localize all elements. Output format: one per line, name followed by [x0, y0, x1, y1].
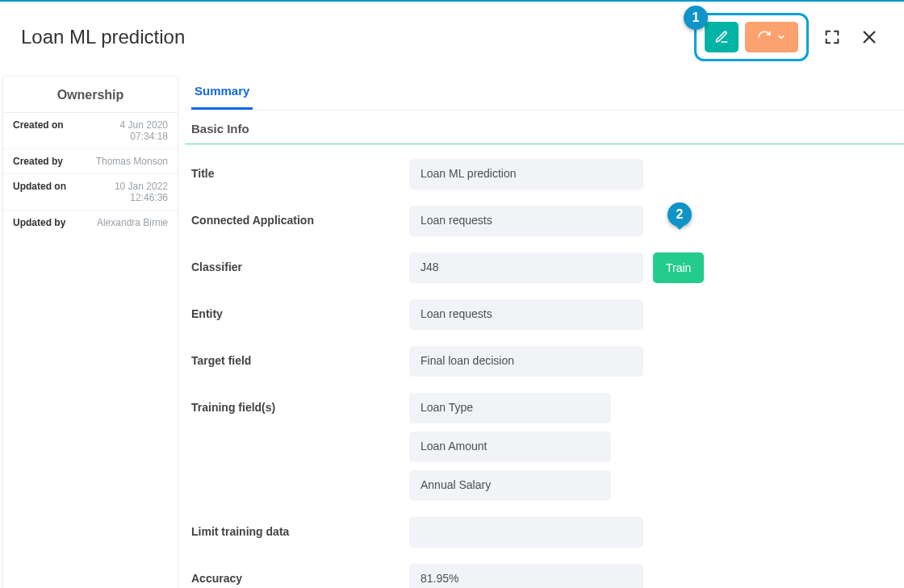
ownership-value: Alexandra Birnie — [97, 217, 168, 228]
train-button[interactable]: Train — [653, 252, 704, 283]
value-accuracy: 81.95% — [409, 564, 643, 588]
header-actions: 1 — [694, 13, 883, 61]
row-classifier: Classifier J48 Train — [191, 244, 898, 291]
fullscreen-button[interactable] — [818, 23, 846, 51]
close-icon — [860, 28, 878, 46]
chevron-down-icon — [776, 32, 786, 42]
callout-2: 2 — [668, 202, 692, 227]
label-connected-application: Connected Application — [191, 206, 409, 227]
ownership-card: Ownership Created on 4 Jun 2020 07:34:18… — [2, 76, 178, 588]
row-target-field: Target field Final loan decision — [191, 338, 898, 385]
label-classifier: Classifier — [191, 252, 409, 273]
row-limit-training-data: Limit training data — [191, 509, 898, 556]
value-training-field-1: Loan Amount — [409, 432, 611, 462]
header: Loan ML prediction 1 — [0, 2, 904, 76]
form: Title Loan ML prediction Connected Appli… — [185, 144, 904, 588]
value-limit-training-data — [409, 517, 643, 548]
main: Ownership Created on 4 Jun 2020 07:34:18… — [0, 76, 904, 588]
value-training-field-2: Annual Salary — [409, 470, 611, 501]
label-training-fields: Training field(s) — [191, 393, 409, 414]
section-basic-info: Basic Info — [185, 111, 904, 144]
ownership-row-created-by: Created by Thomas Monson — [3, 148, 178, 173]
label-title: Title — [191, 159, 409, 180]
ownership-row-updated-on: Updated on 10 Jan 2022 12:46:36 — [3, 173, 178, 210]
ownership-row-updated-by: Updated by Alexandra Birnie — [3, 210, 178, 235]
ownership-value: Thomas Monson — [96, 156, 168, 167]
value-training-field-0: Loan Type — [409, 393, 611, 423]
row-training-fields: Training field(s) Loan Type Loan Amount … — [191, 385, 898, 509]
ownership-label: Created by — [13, 156, 63, 167]
refresh-dropdown-button[interactable] — [745, 22, 798, 52]
value-connected-application: Loan requests — [409, 206, 643, 236]
label-target-field: Target field — [191, 346, 409, 367]
ownership-title: Ownership — [3, 77, 178, 113]
value-classifier: J48 — [409, 252, 643, 283]
edit-button[interactable] — [705, 22, 739, 52]
tab-summary[interactable]: Summary — [191, 76, 253, 110]
row-title: Title Loan ML prediction — [191, 151, 898, 198]
ownership-value: 10 Jan 2022 12:46:36 — [115, 181, 168, 203]
pencil-icon — [714, 30, 729, 44]
value-entity: Loan requests — [409, 299, 643, 330]
label-limit-training-data: Limit training data — [191, 517, 409, 538]
ownership-label: Created on — [13, 119, 64, 131]
row-accuracy: Accuracy 81.95% — [191, 556, 898, 588]
value-title: Loan ML prediction — [409, 159, 643, 190]
expand-icon — [823, 28, 841, 46]
page-title: Loan ML prediction — [21, 26, 185, 48]
ownership-label: Updated on — [13, 181, 66, 192]
label-entity: Entity — [191, 299, 409, 320]
value-target-field: Final loan decision — [409, 346, 643, 377]
refresh-icon — [757, 30, 772, 44]
ownership-row-created-on: Created on 4 Jun 2020 07:34:18 — [3, 113, 178, 148]
content: Summary Basic Info Title Loan ML predict… — [185, 76, 904, 588]
label-accuracy: Accuracy — [191, 564, 409, 585]
ownership-label: Updated by — [13, 217, 65, 228]
tabs: Summary — [185, 76, 904, 111]
toolbar-highlight: 1 — [694, 13, 809, 61]
close-button[interactable] — [856, 23, 883, 51]
row-entity: Entity Loan requests — [191, 291, 898, 338]
callout-1: 1 — [684, 6, 708, 30]
ownership-value: 4 Jun 2020 07:34:18 — [120, 119, 168, 142]
row-connected-application: Connected Application Loan requests 2 — [191, 198, 898, 244]
